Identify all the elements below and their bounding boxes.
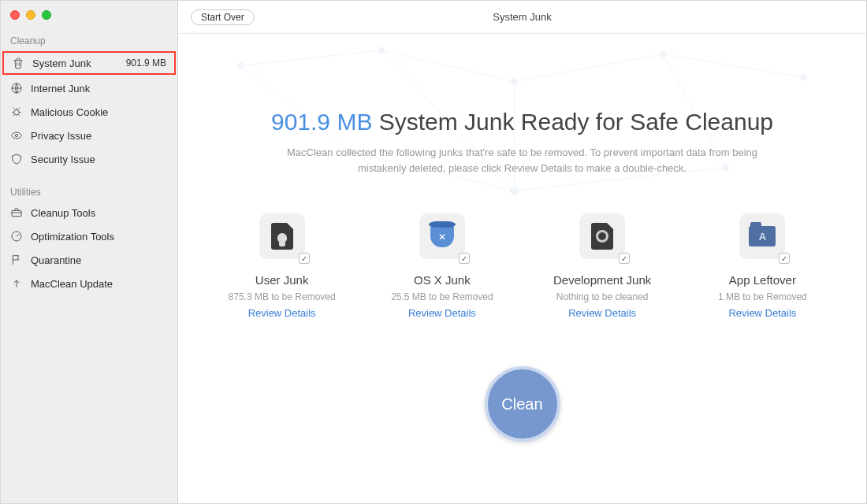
review-details-link[interactable]: Review Details bbox=[691, 307, 833, 319]
update-icon bbox=[10, 277, 23, 290]
topbar: Start Over System Junk bbox=[178, 1, 866, 34]
sidebar-item-optimization-tools[interactable]: Optimization Tools bbox=[1, 224, 177, 248]
hero-headline-rest: System Junk Ready for Safe Cleanup bbox=[372, 109, 773, 135]
svg-rect-3 bbox=[12, 210, 21, 216]
sidebar-item-label: MacClean Update bbox=[31, 278, 168, 290]
svg-line-6 bbox=[381, 50, 515, 82]
checkbox-icon[interactable]: ✓ bbox=[619, 253, 630, 264]
svg-line-5 bbox=[240, 50, 381, 66]
hero-section: 901.9 MB System Junk Ready for Safe Clea… bbox=[178, 109, 866, 176]
card-title: OS X Junk bbox=[371, 273, 513, 287]
gauge-icon bbox=[10, 230, 23, 243]
checkbox-icon[interactable]: ✓ bbox=[459, 253, 470, 264]
review-details-link[interactable]: Review Details bbox=[531, 307, 673, 319]
card-title: Development Junk bbox=[531, 273, 673, 287]
app-folder-icon: ✓ bbox=[739, 213, 785, 259]
sidebar-item-label: Cleanup Tools bbox=[31, 207, 168, 219]
card-subtitle: 1 MB to be Removed bbox=[691, 291, 833, 302]
svg-point-16 bbox=[378, 47, 385, 54]
sidebar-item-label: Privacy Issue bbox=[31, 130, 168, 142]
sidebar-item-cleanup-tools[interactable]: Cleanup Tools bbox=[1, 201, 177, 224]
svg-point-2 bbox=[15, 134, 17, 136]
checkbox-icon[interactable]: ✓ bbox=[779, 253, 790, 264]
svg-point-19 bbox=[801, 74, 807, 80]
eye-icon bbox=[10, 129, 23, 142]
sidebar-item-label: Security Issue bbox=[31, 154, 168, 165]
card-app-leftover: ✓ App Leftover 1 MB to be Removed Review… bbox=[691, 213, 833, 319]
trash-icon bbox=[12, 57, 24, 69]
main-content: Start Over System Junk 901.9 MB System J… bbox=[178, 1, 866, 503]
svg-point-1 bbox=[14, 109, 20, 115]
sidebar-item-security-issue[interactable]: Security Issue bbox=[1, 147, 177, 171]
card-title: User Junk bbox=[211, 273, 353, 287]
sidebar-item-system-junk[interactable]: System Junk 901.9 MB bbox=[2, 51, 176, 75]
zoom-window-button[interactable] bbox=[42, 10, 51, 20]
start-over-button[interactable]: Start Over bbox=[191, 9, 255, 25]
sidebar-item-malicious-cookie[interactable]: Malicious Cookie bbox=[1, 100, 177, 124]
review-details-link[interactable]: Review Details bbox=[211, 307, 353, 319]
clean-button[interactable]: Clean bbox=[485, 366, 560, 442]
card-subtitle: Nothing to be cleaned bbox=[531, 291, 673, 302]
bug-icon bbox=[10, 106, 23, 118]
sidebar-item-badge: 901.9 MB bbox=[126, 57, 166, 69]
hero-headline: 901.9 MB System Junk Ready for Safe Clea… bbox=[178, 109, 866, 135]
card-subtitle: 25.5 MB to be Removed bbox=[371, 291, 513, 302]
globe-icon bbox=[10, 82, 23, 94]
card-osx-junk: ✓ OS X Junk 25.5 MB to be Removed Review… bbox=[371, 213, 513, 319]
svg-line-7 bbox=[515, 54, 663, 82]
sidebar-item-privacy-issue[interactable]: Privacy Issue bbox=[1, 124, 177, 147]
toolbox-icon bbox=[10, 206, 23, 219]
card-subtitle: 875.3 MB to be Removed bbox=[211, 291, 353, 302]
hero-subtext: MacClean collected the following junks t… bbox=[278, 145, 767, 176]
svg-point-17 bbox=[512, 78, 518, 84]
sidebar-item-label: System Junk bbox=[32, 57, 118, 69]
card-user-junk: ✓ User Junk 875.3 MB to be Removed Revie… bbox=[211, 213, 353, 319]
dev-gear-icon: ✓ bbox=[579, 213, 625, 259]
svg-point-15 bbox=[237, 63, 244, 69]
sidebar-section-header-cleanup: Cleanup bbox=[1, 31, 177, 50]
user-doc-icon: ✓ bbox=[259, 213, 305, 259]
sidebar-item-quarantine[interactable]: Quarantine bbox=[1, 248, 177, 272]
hero-size-text: 901.9 MB bbox=[271, 109, 372, 135]
svg-point-21 bbox=[511, 187, 519, 195]
category-cards: ✓ User Junk 875.3 MB to be Removed Revie… bbox=[202, 213, 843, 319]
card-title: App Leftover bbox=[691, 273, 833, 287]
page-title: System Junk bbox=[178, 11, 866, 23]
sidebar-item-label: Quarantine bbox=[31, 254, 168, 266]
sidebar-item-macclean-update[interactable]: MacClean Update bbox=[1, 272, 177, 295]
minimize-window-button[interactable] bbox=[26, 10, 35, 20]
osx-bucket-icon: ✓ bbox=[419, 213, 465, 259]
window-controls bbox=[1, 7, 177, 31]
sidebar-item-label: Optimization Tools bbox=[31, 231, 168, 243]
clean-button-area: Clean bbox=[178, 366, 866, 442]
review-details-link[interactable]: Review Details bbox=[371, 307, 513, 319]
checkbox-icon[interactable]: ✓ bbox=[299, 253, 310, 264]
card-development-junk: ✓ Development Junk Nothing to be cleaned… bbox=[531, 213, 673, 319]
svg-line-8 bbox=[663, 54, 804, 78]
sidebar-item-label: Malicious Cookie bbox=[31, 106, 168, 118]
close-window-button[interactable] bbox=[10, 10, 20, 20]
sidebar: Cleanup System Junk 901.9 MB Internet Ju… bbox=[1, 1, 178, 503]
svg-point-18 bbox=[660, 51, 666, 57]
shield-icon bbox=[10, 153, 23, 165]
sidebar-item-internet-junk[interactable]: Internet Junk bbox=[1, 76, 177, 100]
flag-icon bbox=[10, 254, 23, 266]
sidebar-item-label: Internet Junk bbox=[31, 83, 168, 94]
sidebar-section-header-utilities: Utilities bbox=[1, 182, 177, 201]
